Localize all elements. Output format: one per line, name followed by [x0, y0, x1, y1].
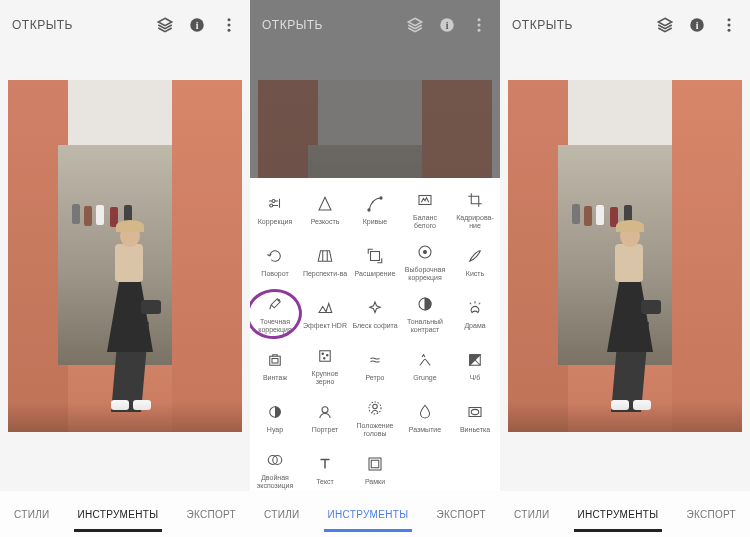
more-icon[interactable] — [720, 16, 738, 34]
tool-sharpness[interactable]: Резкость — [300, 184, 350, 236]
tool-headpose[interactable]: Положение головы — [350, 392, 400, 444]
bottom-tabs: СТИЛИ ИНСТРУМЕНТЫ ЭКСПОРТ — [250, 491, 500, 537]
header: ОТКРЫТЬ i — [0, 0, 250, 50]
tool-frames[interactable]: Рамки — [350, 444, 400, 491]
tool-label: Тональный контраст — [402, 318, 448, 333]
tool-label: Кривые — [363, 218, 388, 226]
tab-styles[interactable]: СТИЛИ — [10, 503, 53, 526]
open-button[interactable]: ОТКРЫТЬ — [512, 18, 573, 32]
svg-point-11 — [270, 204, 273, 207]
rotate-icon — [265, 246, 285, 266]
tool-correction[interactable]: Коррекция — [250, 184, 300, 236]
stack-icon[interactable] — [656, 16, 674, 34]
grunge-icon — [415, 350, 435, 370]
tool-text[interactable]: Текст — [300, 444, 350, 491]
open-button[interactable]: ОТКРЫТЬ — [12, 18, 73, 32]
tool-label: Резкость — [311, 218, 340, 226]
svg-point-2 — [228, 18, 231, 21]
tool-double-exp[interactable]: Двойная экспозиция — [250, 444, 300, 491]
tool-label: Блеск софита — [352, 322, 397, 330]
svg-point-40 — [728, 24, 731, 27]
tool-label: Размытие — [409, 426, 441, 434]
vintage-icon — [265, 350, 285, 370]
text-icon — [315, 454, 335, 474]
tool-hdr[interactable]: Эффект HDR — [300, 288, 350, 340]
tool-label: Драма — [464, 322, 485, 330]
tonal-icon — [415, 294, 435, 314]
tool-white-balance[interactable]: Баланс белого — [400, 184, 450, 236]
tool-label: Винтаж — [263, 374, 287, 382]
expand-icon — [365, 246, 385, 266]
tool-brush[interactable]: Кисть — [450, 236, 500, 288]
more-icon[interactable] — [470, 16, 488, 34]
tab-export[interactable]: ЭКСПОРТ — [432, 503, 490, 526]
portrait-icon — [315, 402, 335, 422]
info-icon[interactable]: i — [438, 16, 456, 34]
tool-healing[interactable]: Точечная коррекция — [250, 288, 300, 340]
more-icon[interactable] — [220, 16, 238, 34]
svg-point-12 — [368, 209, 370, 211]
curves-icon — [365, 194, 385, 214]
tool-drama[interactable]: Драма — [450, 288, 500, 340]
tool-noir[interactable]: Нуар — [250, 392, 300, 444]
svg-rect-22 — [320, 351, 331, 362]
header-actions: i — [156, 16, 238, 34]
tool-selective[interactable]: Выборочная коррекция — [400, 236, 450, 288]
tool-glamour[interactable]: Блеск софита — [350, 288, 400, 340]
tab-tools[interactable]: ИНСТРУМЕНТЫ — [574, 503, 663, 526]
tool-label: Поворот — [261, 270, 288, 278]
vignette-icon — [465, 402, 485, 422]
svg-point-17 — [424, 251, 427, 254]
svg-point-4 — [228, 29, 231, 32]
stack-icon[interactable] — [156, 16, 174, 34]
tab-tools[interactable]: ИНСТРУМЕНТЫ — [74, 503, 163, 526]
tool-blur[interactable]: Размытие — [400, 392, 450, 444]
tool-grunge[interactable]: Grunge — [400, 340, 450, 392]
image-canvas[interactable] — [500, 50, 750, 491]
double-exp-icon — [265, 450, 285, 470]
tool-label: Эффект HDR — [303, 322, 347, 330]
tool-label: Двойная экспозиция — [252, 474, 298, 489]
tool-label: Grunge — [413, 374, 436, 382]
tab-export[interactable]: ЭКСПОРТ — [682, 503, 740, 526]
svg-point-28 — [322, 407, 328, 413]
tab-styles[interactable]: СТИЛИ — [260, 503, 303, 526]
tool-bw[interactable]: Ч/б — [450, 340, 500, 392]
correction-icon — [265, 194, 285, 214]
photo — [8, 80, 242, 432]
noir-icon — [265, 402, 285, 422]
tab-tools[interactable]: ИНСТРУМЕНТЫ — [324, 503, 413, 526]
svg-text:i: i — [196, 20, 199, 31]
stack-icon[interactable] — [406, 16, 424, 34]
tool-portrait[interactable]: Портрет — [300, 392, 350, 444]
brush-icon — [465, 246, 485, 266]
frames-icon — [365, 454, 385, 474]
open-button[interactable]: ОТКРЫТЬ — [262, 18, 323, 32]
tab-export[interactable]: ЭКСПОРТ — [182, 503, 240, 526]
svg-rect-21 — [272, 359, 278, 364]
tool-retro[interactable]: Ретро — [350, 340, 400, 392]
headpose-icon — [365, 398, 385, 418]
tool-label: Крупное зерно — [302, 370, 348, 385]
tool-grainy[interactable]: Крупное зерно — [300, 340, 350, 392]
drama-icon — [465, 298, 485, 318]
tool-label: Баланс белого — [402, 214, 448, 229]
info-icon[interactable]: i — [188, 16, 206, 34]
svg-text:i: i — [696, 20, 699, 31]
tool-rotate[interactable]: Поворот — [250, 236, 300, 288]
tool-tonal[interactable]: Тональный контраст — [400, 288, 450, 340]
tool-expand[interactable]: Расширение — [350, 236, 400, 288]
tool-curves[interactable]: Кривые — [350, 184, 400, 236]
tool-perspective[interactable]: Перспекти-ва — [300, 236, 350, 288]
image-canvas[interactable] — [0, 50, 250, 491]
svg-rect-36 — [371, 460, 379, 468]
info-icon[interactable]: i — [688, 16, 706, 34]
tool-label: Ретро — [365, 374, 384, 382]
tab-styles[interactable]: СТИЛИ — [510, 503, 553, 526]
tool-vintage[interactable]: Винтаж — [250, 340, 300, 392]
tool-vignette[interactable]: Виньетка — [450, 392, 500, 444]
crop-icon — [465, 190, 485, 210]
tool-crop[interactable]: Кадрирова-ние — [450, 184, 500, 236]
tool-label: Коррекция — [258, 218, 292, 226]
hdr-icon — [315, 298, 335, 318]
